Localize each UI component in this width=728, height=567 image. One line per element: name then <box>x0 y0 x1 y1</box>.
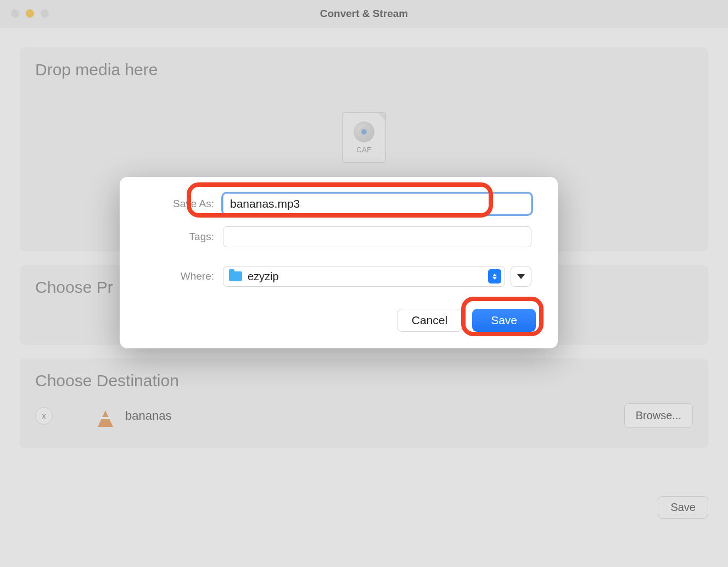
titlebar: Convert & Stream <box>0 0 728 27</box>
where-label: Where: <box>146 270 223 282</box>
save-sheet: Save As: Tags: Where: ezyzip Cancel <box>120 177 558 348</box>
save-as-label: Save As: <box>146 198 223 210</box>
media-file-thumbnail[interactable]: CAF <box>342 112 386 163</box>
x-icon: x <box>42 412 46 420</box>
file-page-icon: CAF <box>342 112 386 163</box>
cancel-button[interactable]: Cancel <box>397 309 462 332</box>
save-button[interactable]: Save <box>472 309 536 332</box>
remove-destination-button[interactable]: x <box>35 407 53 425</box>
tags-input[interactable] <box>223 226 531 247</box>
where-stepper-icon <box>488 269 501 284</box>
footer: Save <box>658 496 708 519</box>
traffic-lights <box>11 9 49 18</box>
save-as-row: Save As: <box>146 193 531 214</box>
choose-destination-heading: Choose Destination <box>35 371 693 390</box>
where-folder-name: ezyzip <box>248 270 483 283</box>
folder-icon <box>229 271 242 281</box>
destination-row: x bananas Browse... <box>35 403 693 428</box>
vlc-cone-icon <box>94 405 116 427</box>
file-type-label: CAF <box>356 146 372 154</box>
where-row: Where: ezyzip <box>146 266 531 287</box>
minimize-window-button[interactable] <box>26 9 34 18</box>
drop-media-heading: Drop media here <box>35 60 693 79</box>
expand-save-dialog-button[interactable] <box>511 266 531 287</box>
quicktime-icon <box>354 121 374 142</box>
save-as-input[interactable] <box>223 193 531 214</box>
choose-destination-panel: Choose Destination x bananas Browse... <box>20 358 708 448</box>
maximize-window-button[interactable] <box>41 9 49 18</box>
tags-label: Tags: <box>146 231 223 243</box>
chevron-down-icon <box>517 274 525 279</box>
destination-filename: bananas <box>125 409 171 423</box>
main-save-button[interactable]: Save <box>658 496 708 519</box>
close-window-button[interactable] <box>11 9 19 18</box>
sheet-button-row: Cancel Save <box>397 309 536 332</box>
where-folder-select[interactable]: ezyzip <box>223 266 505 287</box>
browse-button[interactable]: Browse... <box>624 403 693 428</box>
tags-row: Tags: <box>146 226 531 247</box>
window-title: Convert & Stream <box>0 8 728 20</box>
